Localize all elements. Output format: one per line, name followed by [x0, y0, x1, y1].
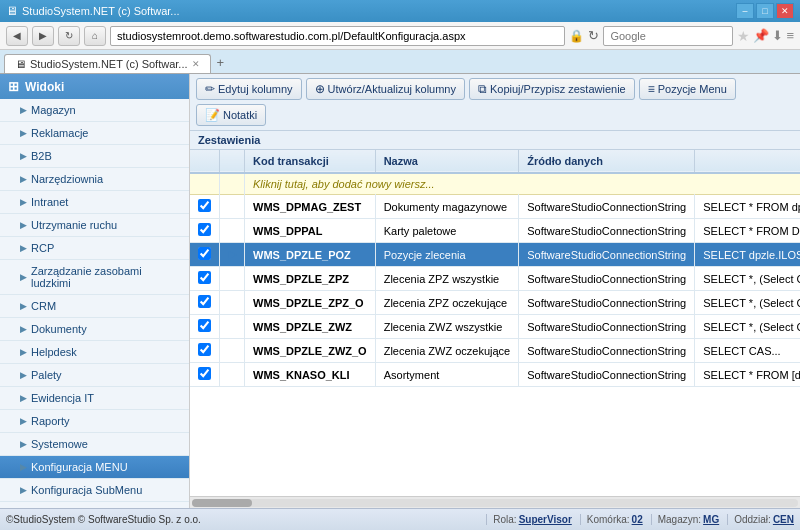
- forward-button[interactable]: ▶: [32, 26, 54, 46]
- toolbar-btn-position-menu[interactable]: ≡Pozycje Menu: [639, 78, 736, 100]
- toolbar-btn-copy-assign[interactable]: ⧉Kopiuj/Przypisz zestawienie: [469, 78, 635, 100]
- row-checkbox-4[interactable]: [190, 291, 220, 315]
- btn-icon-edit-columns: ✏: [205, 82, 215, 96]
- sidebar-item-10[interactable]: ▶Helpdesk: [0, 341, 189, 364]
- sidebar-item-12[interactable]: ▶Ewidencja IT: [0, 387, 189, 410]
- row-sql-4: SELECT *, (Select CAS...: [695, 291, 800, 315]
- sidebar-label-15: Konfiguracja MENU: [31, 461, 128, 473]
- table-row[interactable]: WMS_DPZLE_ZPZZlecenia ZPZ wszystkieSoftw…: [190, 267, 800, 291]
- new-tab-button[interactable]: +: [211, 52, 231, 73]
- sidebar-item-11[interactable]: ▶Palety: [0, 364, 189, 387]
- settings-icon[interactable]: ≡: [786, 28, 794, 43]
- sidebar-item-17[interactable]: ▶Konfiguracja TOOLBARMENU: [0, 502, 189, 508]
- refresh-button[interactable]: ↻: [58, 26, 80, 46]
- sidebar-item-5[interactable]: ▶Utrzymanie ruchu: [0, 214, 189, 237]
- row-sql-5: SELECT *, (Select CAS...: [695, 315, 800, 339]
- maximize-button[interactable]: □: [756, 3, 774, 19]
- toolbar-btn-notes[interactable]: 📝Notatki: [196, 104, 266, 126]
- row-checkbox-3[interactable]: [190, 267, 220, 291]
- sidebar-item-7[interactable]: ▶Zarządzanie zasobami ludzkimi: [0, 260, 189, 295]
- row-checkbox-1[interactable]: [190, 219, 220, 243]
- btn-label-copy-assign: Kopiuj/Przypisz zestawienie: [490, 83, 626, 95]
- table-row[interactable]: WMS_DPMAG_ZESTDokumenty magazynoweSoftwa…: [190, 195, 800, 219]
- toolbar-btn-create-update-column[interactable]: ⊕Utwórz/Aktualizuj kolumny: [306, 78, 465, 100]
- sidebar-item-0[interactable]: ▶Magazyn: [0, 99, 189, 122]
- window-title: StudioSystem.NET (c) Softwar...: [22, 5, 736, 17]
- row-arrow-5: [220, 315, 245, 339]
- tab-close-button[interactable]: ✕: [192, 59, 200, 69]
- row-nazwa-1: Karty paletowe: [375, 219, 519, 243]
- sidebar-item-15[interactable]: ▶Konfiguracja MENU: [0, 456, 189, 479]
- sidebar-item-14[interactable]: ▶Systemowe: [0, 433, 189, 456]
- scrollbar-track[interactable]: [192, 499, 798, 507]
- komorka-value[interactable]: 02: [632, 514, 643, 525]
- table-row[interactable]: WMS_DPZLE_ZPZ_OZlecenia ZPZ oczekująceSo…: [190, 291, 800, 315]
- row-checkbox-5[interactable]: [190, 315, 220, 339]
- toolbar: ✏Edytuj kolumny⊕Utwórz/Aktualizuj kolumn…: [190, 74, 800, 131]
- sidebar-item-2[interactable]: ▶B2B: [0, 145, 189, 168]
- download-icon[interactable]: ⬇: [772, 28, 783, 43]
- sidebar-item-6[interactable]: ▶RCP: [0, 237, 189, 260]
- row-sql-0: SELECT * FROM dpma...: [695, 195, 800, 219]
- row-checkbox-0[interactable]: [190, 195, 220, 219]
- sidebar-item-1[interactable]: ▶Reklamacje: [0, 122, 189, 145]
- btn-label-notes: Notatki: [223, 109, 257, 121]
- row-arrow-3: [220, 267, 245, 291]
- horizontal-scrollbar[interactable]: [190, 496, 800, 508]
- search-input[interactable]: [603, 26, 733, 46]
- address-toolbar-icons: ★ 📌 ⬇ ≡: [737, 28, 794, 44]
- sidebar-arrow-14: ▶: [20, 439, 27, 449]
- sidebar-label-12: Ewidencja IT: [31, 392, 94, 404]
- oddzial-value[interactable]: CEN: [773, 514, 794, 525]
- row-checkbox-2[interactable]: [190, 243, 220, 267]
- table-row[interactable]: WMS_DPZLE_ZWZZlecenia ZWZ wszystkieSoftw…: [190, 315, 800, 339]
- komorka-label: Komórka:: [587, 514, 630, 525]
- home-button[interactable]: ⌂: [84, 26, 106, 46]
- sidebar-item-9[interactable]: ▶Dokumenty: [0, 318, 189, 341]
- sidebar-label-17: Konfiguracja TOOLBARMENU: [31, 507, 180, 508]
- sidebar-item-3[interactable]: ▶Narzędziownia: [0, 168, 189, 191]
- close-button[interactable]: ✕: [776, 3, 794, 19]
- add-row[interactable]: Kliknij tutaj, aby dodać nowy wiersz...: [190, 173, 800, 195]
- table-row[interactable]: WMS_DPZLE_ZWZ_OZlecenia ZWZ oczekująceSo…: [190, 339, 800, 363]
- tab-bar: 🖥 StudioSystem.NET (c) Softwar... ✕ +: [0, 50, 800, 74]
- minimize-button[interactable]: –: [736, 3, 754, 19]
- table-row[interactable]: WMS_DPPALKarty paletoweSoftwareStudioCon…: [190, 219, 800, 243]
- address-input[interactable]: [110, 26, 565, 46]
- sidebar-item-8[interactable]: ▶CRM: [0, 295, 189, 318]
- row-kod-7: WMS_KNASO_KLI: [245, 363, 376, 387]
- table-row[interactable]: WMS_KNASO_KLIAsortymentSoftwareStudioCon…: [190, 363, 800, 387]
- add-row-label[interactable]: Kliknij tutaj, aby dodać nowy wiersz...: [245, 173, 801, 195]
- th-nazwa: Nazwa: [375, 150, 519, 173]
- sidebar-item-13[interactable]: ▶Raporty: [0, 410, 189, 433]
- table-row[interactable]: ▶WMS_DPZLE_POZPozycje zleceniaSoftwareSt…: [190, 243, 800, 267]
- sidebar-item-4[interactable]: ▶Intranet: [0, 191, 189, 214]
- row-checkbox-6[interactable]: [190, 339, 220, 363]
- sidebar-arrow-5: ▶: [20, 220, 27, 230]
- rola-value[interactable]: SuperVisor: [519, 514, 572, 525]
- th-sql: [695, 150, 800, 173]
- reload-icon[interactable]: ↻: [588, 28, 599, 43]
- scrollbar-thumb[interactable]: [192, 499, 252, 507]
- browser-tab-active[interactable]: 🖥 StudioSystem.NET (c) Softwar... ✕: [4, 54, 211, 73]
- pin-icon[interactable]: 📌: [753, 28, 769, 43]
- back-button[interactable]: ◀: [6, 26, 28, 46]
- th-arrow: [220, 150, 245, 173]
- table-header-row: Kod transakcji Nazwa Źródło danych: [190, 150, 800, 173]
- star-icon[interactable]: ★: [737, 28, 750, 44]
- row-kod-1: WMS_DPPAL: [245, 219, 376, 243]
- th-zrodlo: Źródło danych: [519, 150, 695, 173]
- sidebar-item-16[interactable]: ▶Konfiguracja SubMenu: [0, 479, 189, 502]
- magazyn-value[interactable]: MG: [703, 514, 719, 525]
- sidebar-arrow-9: ▶: [20, 324, 27, 334]
- tab-label: StudioSystem.NET (c) Softwar...: [30, 58, 188, 70]
- copyright-label: ©StudioSystem © SoftwareStudio Sp. z o.o…: [6, 514, 480, 525]
- sidebar-arrow-2: ▶: [20, 151, 27, 161]
- toolbar-btn-edit-columns[interactable]: ✏Edytuj kolumny: [196, 78, 302, 100]
- sidebar-label-11: Palety: [31, 369, 62, 381]
- table-container[interactable]: Kod transakcji Nazwa Źródło danych Klikn…: [190, 150, 800, 496]
- row-kod-0: WMS_DPMAG_ZEST: [245, 195, 376, 219]
- row-checkbox-7[interactable]: [190, 363, 220, 387]
- row-nazwa-4: Zlecenia ZPZ oczekujące: [375, 291, 519, 315]
- sidebar-header-label: Widoki: [25, 80, 64, 94]
